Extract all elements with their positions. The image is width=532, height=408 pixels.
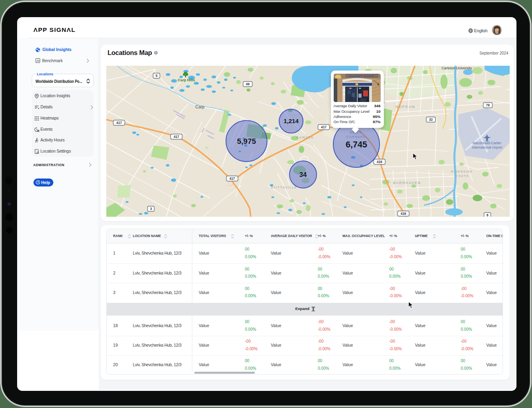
- svg-text:Macdonald-Cartier: Macdonald-Cartier: [473, 141, 501, 145]
- svg-text:International Airport: International Airport: [472, 145, 503, 149]
- svg-text:416: 416: [401, 212, 406, 216]
- svg-text:32: 32: [429, 118, 433, 122]
- svg-text:417: 417: [116, 121, 122, 125]
- svg-text:BARRHAVEN: BARRHAVEN: [393, 181, 421, 185]
- svg-text:SOUTH: SOUTH: [455, 174, 469, 178]
- svg-text:3: 3: [150, 207, 152, 211]
- svg-text:417: 417: [229, 177, 235, 180]
- svg-text:416: 416: [377, 160, 382, 164]
- svg-text:Carp: Carp: [195, 104, 204, 109]
- svg-text:STITTSVILLE: STITTSVILLE: [271, 186, 297, 189]
- svg-text:Carp Hills: Carp Hills: [178, 78, 195, 82]
- svg-text:34: 34: [299, 171, 307, 178]
- svg-text:417: 417: [321, 125, 327, 129]
- svg-text:KANATA: KANATA: [296, 135, 314, 139]
- svg-text:5,975: 5,975: [237, 137, 256, 145]
- svg-text:5: 5: [155, 74, 157, 78]
- svg-text:6,745: 6,745: [346, 139, 367, 149]
- svg-text:417: 417: [174, 135, 179, 139]
- svg-text:Carleton University: Carleton University: [441, 66, 472, 70]
- svg-text:NEPEAN: NEPEAN: [395, 104, 415, 109]
- svg-text:49: 49: [246, 82, 250, 86]
- svg-text:1,214: 1,214: [284, 118, 299, 124]
- svg-text:8: 8: [486, 213, 488, 217]
- svg-text:79: 79: [486, 103, 490, 107]
- svg-text:RIVERSIDE: RIVERSIDE: [451, 170, 473, 173]
- svg-text:KUBBY KIDS: KUBBY KIDS: [349, 74, 374, 78]
